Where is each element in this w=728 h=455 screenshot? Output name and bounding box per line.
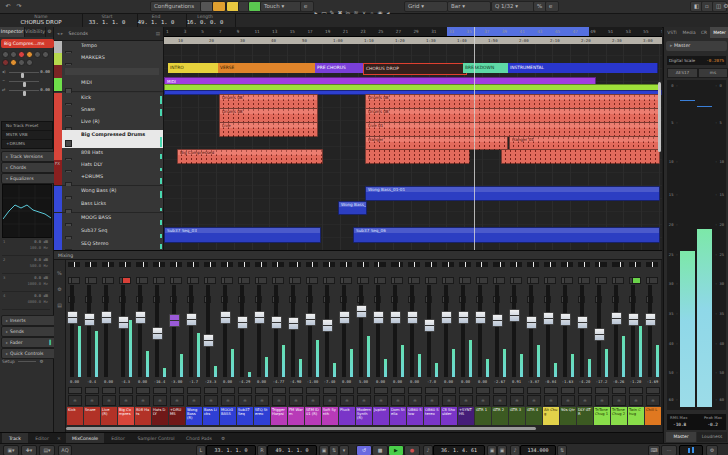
track-row[interactable]	[54, 65, 163, 79]
insert-mode-button[interactable]: ✚▾	[21, 445, 37, 455]
channel-edit-button[interactable]	[496, 277, 505, 284]
channel-level-value[interactable]: 0.00	[66, 379, 83, 384]
aes17-button[interactable]: AES17	[667, 68, 698, 78]
track-name[interactable]: +DRUMS	[81, 173, 153, 179]
channel-name-label[interactable]: TriTone Chug 2	[611, 407, 627, 425]
channel-edit-button[interactable]	[360, 277, 369, 284]
channel-level-value[interactable]: 0.00	[134, 379, 151, 384]
channel-routing-button[interactable]: ⊖	[323, 395, 337, 406]
mixer-channel[interactable]: -2.67⊖GTR 2	[491, 260, 509, 425]
pan-control[interactable]	[442, 262, 454, 267]
channel-edit-button[interactable]	[649, 277, 658, 284]
input-routing-selector[interactable]: MSTR VRB	[2, 131, 52, 140]
audio-clip[interactable]: Drums 08	[365, 108, 660, 123]
track-row[interactable]: +DRUMS	[54, 172, 163, 186]
channel-routing-button[interactable]: ⊖	[425, 395, 439, 406]
mixer-channel[interactable]: -4.77⊖Trigger Harpsi	[270, 260, 288, 425]
eq-band-2[interactable]: 20.0 dB500.0 Hz	[2, 256, 50, 274]
channel-fader[interactable]	[356, 305, 367, 318]
channel-level-value[interactable]: -2.67	[491, 379, 508, 384]
track-name[interactable]: Wong Bass (R)	[81, 187, 153, 193]
metronome-icon[interactable]: ♪	[510, 445, 520, 455]
track-name[interactable]: Hats DLY	[81, 161, 153, 167]
channel-routing-button[interactable]: ⊖	[476, 395, 490, 406]
pan-control[interactable]	[595, 262, 607, 267]
channel-name-label[interactable]: FM Warm	[288, 407, 304, 425]
channel-routing-button[interactable]: ⊖	[646, 395, 660, 406]
mixer-channel[interactable]: 0.00⊖Live (R)	[100, 260, 118, 425]
track-row[interactable]: MIDI	[54, 78, 163, 92]
pan-control[interactable]	[510, 262, 522, 267]
automation-read-write[interactable]	[136, 387, 150, 394]
track-preset-selector[interactable]: No Track Preset	[2, 122, 52, 131]
eq-band-gain[interactable]: 0.0 dB	[34, 293, 48, 298]
channel-name-label[interactable]: SEM ID 01 (R)	[305, 407, 321, 425]
channel-level-value[interactable]: 0.00	[219, 379, 236, 384]
tab-inspector[interactable]: Inspector	[0, 27, 25, 37]
automation-read-write[interactable]	[289, 387, 303, 394]
pan-control[interactable]	[357, 262, 369, 267]
automation-read-write[interactable]	[510, 387, 524, 394]
event-length-field[interactable]: Length 16. 0. 0. 0	[175, 14, 236, 27]
channel-edit-button[interactable]	[71, 277, 80, 284]
lane-button[interactable]	[18, 59, 25, 66]
mixer-channel[interactable]: 0.00⊖Jupiter	[372, 260, 390, 425]
channel-name-label[interactable]: Wong Bass (R)	[186, 407, 202, 425]
marker-section[interactable]: BREAKDOWN	[463, 63, 511, 73]
channel-level-value[interactable]: -3.00	[168, 379, 185, 384]
audio-clip[interactable]: Hanger 01	[509, 136, 660, 150]
channel-level-value[interactable]: -23.3	[202, 379, 219, 384]
channel-routing-button[interactable]: ⊖	[255, 395, 269, 406]
pan-control[interactable]	[476, 262, 488, 267]
automation-read-write[interactable]	[255, 387, 269, 394]
track-name[interactable]: Snare	[81, 106, 153, 112]
audio-clip[interactable]	[365, 149, 470, 164]
channel-routing-button[interactable]: ⊖	[493, 395, 507, 406]
channel-edit-button[interactable]	[190, 277, 199, 284]
left-locator-button[interactable]: L	[196, 445, 206, 455]
channel-routing-button[interactable]: ⊖	[136, 395, 150, 406]
next-track-icon[interactable]: ▸	[61, 31, 63, 36]
mixer-channel[interactable]: 0.00⊖SEQ Stereo	[253, 260, 271, 425]
channel-fader[interactable]	[594, 328, 605, 341]
mixer-channel[interactable]: 0.91⊖GTR 3	[508, 260, 526, 425]
automation-read-write[interactable]	[221, 387, 235, 394]
channel-edit-button[interactable]	[139, 277, 148, 284]
automation-read-write[interactable]	[238, 387, 252, 394]
channel-name-label[interactable]: TriTone Chug 1	[594, 407, 610, 425]
channel-edit-button[interactable]	[377, 277, 386, 284]
mixer-channel[interactable]: 0.00⊖Pluck	[338, 260, 356, 425]
channel-level-value[interactable]: -4.3	[117, 379, 134, 384]
undo-icon[interactable]: ↶	[3, 1, 13, 10]
channel-fader[interactable]	[169, 314, 180, 327]
channel-link-icon[interactable]: ▤	[54, 302, 65, 308]
pan-control[interactable]	[408, 262, 420, 267]
edit-channel-button[interactable]	[34, 51, 41, 58]
pan-control[interactable]	[170, 262, 182, 267]
channel-fader[interactable]	[322, 319, 333, 332]
channel-level-value[interactable]: -1.63	[559, 379, 576, 384]
channel-level-value[interactable]: 0.91	[508, 379, 525, 384]
punch-lock-button[interactable]: ▣	[319, 445, 329, 455]
channel-fader[interactable]	[254, 311, 265, 324]
channel-routing-button[interactable]: ⊖	[510, 395, 524, 406]
channel-fader[interactable]	[543, 312, 554, 325]
automation-read-write[interactable]	[85, 387, 99, 394]
mixer-channel[interactable]: -1.63⊖90s Qtr	[559, 260, 577, 425]
automation-read-write[interactable]	[187, 387, 201, 394]
mixer-channel[interactable]: -4.29⊖Sub37 Seq	[236, 260, 254, 425]
automation-read-write[interactable]	[561, 387, 575, 394]
pan-control[interactable]	[493, 262, 505, 267]
transport-options-button[interactable]: ⋯	[661, 445, 677, 455]
channel-fader[interactable]	[271, 316, 282, 329]
pan-control[interactable]	[612, 262, 624, 267]
mixer-channel[interactable]: -17.2⊖TriTone Chug 1	[593, 260, 611, 425]
audio-clip[interactable]: Hanger	[365, 136, 508, 150]
track-name[interactable]: Live (R)	[81, 118, 153, 124]
track-name[interactable]: MIDI	[81, 79, 153, 85]
channel-edit-button[interactable]	[241, 277, 250, 284]
channel-fader[interactable]	[509, 309, 520, 322]
automation-read-write[interactable]	[527, 387, 541, 394]
channel-edit-button[interactable]	[445, 277, 454, 284]
track-name[interactable]: Bass Licks	[81, 200, 153, 206]
